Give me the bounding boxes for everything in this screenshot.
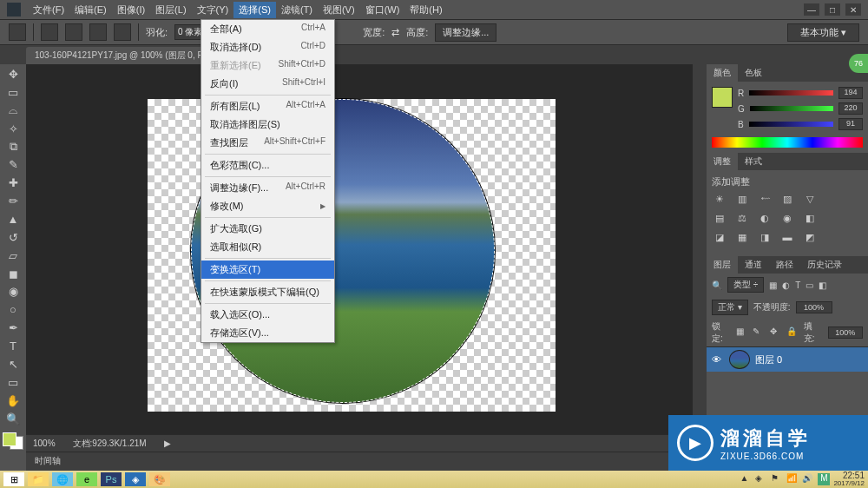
menu-view[interactable]: 视图(V): [318, 2, 360, 18]
lock-paint-icon[interactable]: ✎: [753, 326, 764, 339]
dodge-tool[interactable]: ○: [3, 301, 23, 318]
path-tool[interactable]: ↖: [3, 356, 23, 373]
filter-type-dropdown[interactable]: 类型 ÷: [727, 277, 764, 293]
doc-size[interactable]: 文档:929.3K/1.21M: [73, 438, 147, 450]
tool-preset-icon[interactable]: [9, 23, 26, 41]
visibility-icon[interactable]: 👁: [712, 354, 724, 365]
workspace-switcher[interactable]: 基本功能 ▾: [787, 23, 859, 42]
b-value[interactable]: 91: [838, 118, 863, 130]
filter-icon[interactable]: 🔍: [712, 280, 722, 290]
menu-help[interactable]: 帮助(H): [404, 2, 447, 18]
menu-modify[interactable]: 修改(M): [201, 197, 334, 215]
filter-shape-icon[interactable]: ▭: [806, 280, 813, 290]
levels-icon[interactable]: ▥: [734, 194, 750, 208]
menu-load-selection[interactable]: 载入选区(O)...: [201, 306, 334, 324]
menu-save-selection[interactable]: 存储选区(V)...: [201, 324, 334, 342]
opacity-value[interactable]: 100%: [796, 301, 832, 313]
zoom-tool[interactable]: 🔍: [3, 411, 23, 427]
task-paint[interactable]: 🎨: [149, 472, 170, 486]
exposure-icon[interactable]: ▨: [779, 194, 795, 208]
task-browser2[interactable]: e: [76, 472, 97, 486]
blend-mode-dropdown[interactable]: 正常 ▾: [712, 300, 748, 315]
zoom-level[interactable]: 100%: [33, 439, 56, 448]
hue-bar[interactable]: [712, 137, 863, 148]
refine-edge-button[interactable]: 调整边缘...: [435, 23, 496, 42]
tab-adjust[interactable]: 调整: [707, 153, 738, 170]
menu-file[interactable]: 文件(F): [28, 2, 69, 18]
tab-styles[interactable]: 样式: [738, 153, 769, 170]
task-ps[interactable]: Ps: [101, 472, 122, 486]
tab-swatches[interactable]: 色板: [738, 64, 769, 82]
g-slider[interactable]: [750, 106, 833, 111]
threshold-icon[interactable]: ◨: [757, 232, 773, 246]
bw-icon[interactable]: ◐: [757, 213, 773, 227]
filter-smart-icon[interactable]: ◧: [819, 280, 826, 290]
crop-tool[interactable]: ⧉: [3, 139, 23, 155]
menu-image[interactable]: 图像(I): [112, 2, 150, 18]
tab-paths[interactable]: 路径: [769, 256, 800, 274]
r-value[interactable]: 194: [838, 87, 863, 99]
stamp-tool[interactable]: ▲: [3, 211, 23, 228]
color-picker[interactable]: [3, 432, 23, 451]
gradient-tool[interactable]: ◼: [3, 266, 23, 282]
menu-type[interactable]: 文字(Y): [192, 2, 234, 18]
vibrance-icon[interactable]: ▽: [802, 194, 818, 208]
selection-intersect-icon[interactable]: [114, 23, 131, 41]
menu-select-all[interactable]: 全部(A)Ctrl+A: [201, 20, 334, 38]
start-button[interactable]: ⊞: [3, 472, 24, 486]
panel-collapse-strip[interactable]: [693, 64, 707, 450]
canvas-area[interactable]: [26, 64, 693, 450]
tray-icon[interactable]: ▲: [740, 473, 752, 485]
menu-deselect[interactable]: 取消选择(D)Ctrl+D: [201, 38, 334, 56]
g-value[interactable]: 220: [838, 102, 863, 115]
menu-color-range[interactable]: 色彩范围(C)...: [201, 156, 334, 175]
hue-icon[interactable]: ▤: [712, 213, 727, 227]
color-swatch[interactable]: [712, 87, 733, 108]
tray-m-icon[interactable]: M: [818, 473, 830, 485]
menu-window[interactable]: 窗口(W): [360, 2, 405, 18]
filter-pixel-icon[interactable]: ▦: [769, 280, 777, 290]
filter-type-icon[interactable]: T: [795, 280, 800, 290]
b-slider[interactable]: [749, 122, 833, 127]
swap-icon[interactable]: ⇄: [391, 27, 399, 38]
task-explorer[interactable]: 📁: [28, 472, 49, 486]
tab-layers[interactable]: 图层: [707, 256, 738, 274]
menu-inverse[interactable]: 反向(I)Shift+Ctrl+I: [201, 75, 334, 93]
tab-channels[interactable]: 通道: [738, 256, 769, 274]
menu-layer[interactable]: 图层(L): [150, 2, 191, 18]
task-shield[interactable]: ◈: [125, 472, 146, 486]
lock-all-icon[interactable]: 🔒: [786, 326, 798, 339]
selection-new-icon[interactable]: [41, 23, 58, 41]
brush-tool[interactable]: ✏: [3, 193, 23, 209]
lock-pos-icon[interactable]: ✥: [770, 326, 781, 339]
tray-network-icon[interactable]: 📶: [786, 473, 799, 485]
healing-tool[interactable]: ✚: [3, 175, 23, 191]
balance-icon[interactable]: ⚖: [734, 213, 750, 227]
menu-select[interactable]: 选择(S): [233, 2, 276, 18]
type-tool[interactable]: T: [3, 338, 23, 354]
hand-tool[interactable]: ✋: [3, 392, 23, 409]
blur-tool[interactable]: ◉: [3, 284, 23, 300]
brightness-icon[interactable]: ☀: [712, 194, 727, 208]
invert-icon[interactable]: ◪: [712, 232, 727, 246]
lock-trans-icon[interactable]: ▦: [736, 326, 747, 339]
marquee-tool[interactable]: ▭: [3, 84, 23, 101]
close-button[interactable]: ✕: [845, 3, 861, 16]
menu-all-layers[interactable]: 所有图层(L)Alt+Ctrl+A: [201, 97, 334, 115]
curves-icon[interactable]: ⬳: [757, 194, 773, 208]
maximize-button[interactable]: □: [825, 3, 840, 16]
shape-tool[interactable]: ▭: [3, 374, 23, 391]
eyedropper-tool[interactable]: ✎: [3, 156, 23, 173]
menu-grow[interactable]: 扩大选取(G): [201, 220, 334, 238]
posterize-icon[interactable]: ▦: [734, 232, 750, 246]
wand-tool[interactable]: ✧: [3, 121, 23, 137]
menu-edit[interactable]: 编辑(E): [69, 2, 112, 18]
fill-value[interactable]: 100%: [828, 326, 863, 339]
history-brush-tool[interactable]: ↺: [3, 229, 23, 246]
move-tool[interactable]: ✥: [3, 66, 23, 82]
selective-icon[interactable]: ◩: [802, 232, 818, 246]
tray-security-icon[interactable]: ◈: [755, 473, 767, 485]
photo-filter-icon[interactable]: ◉: [779, 213, 795, 227]
layer-row[interactable]: 👁 图层 0: [707, 347, 868, 372]
selection-subtract-icon[interactable]: [89, 23, 107, 41]
